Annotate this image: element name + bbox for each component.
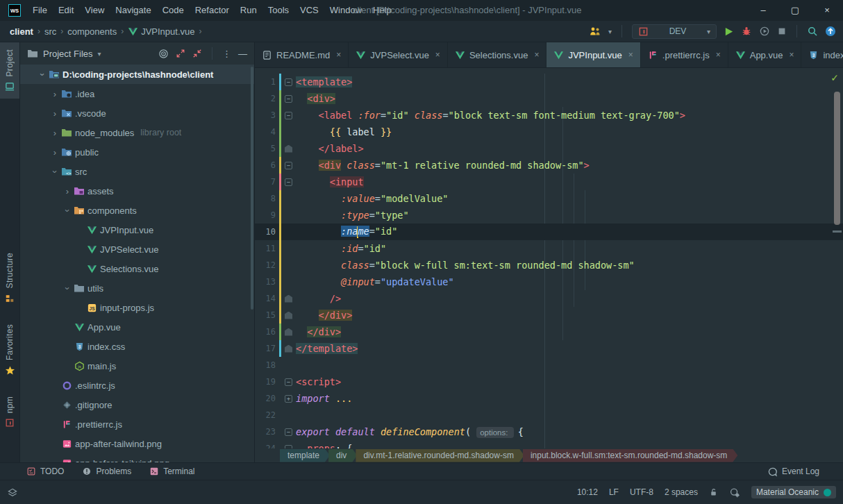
tree-item[interactable]: app-before-tailwind.png <box>20 453 254 462</box>
code-line[interactable]: 20+import ... <box>255 390 843 407</box>
tree-item[interactable]: .eslintrc.js <box>20 376 254 395</box>
code-line[interactable]: 19−<script> <box>255 373 843 390</box>
code-line[interactable]: 6− <div class="mt-1 relative rounded-md … <box>255 157 843 174</box>
chevron-down-icon[interactable]: › <box>51 166 60 177</box>
minimize-button[interactable]: – <box>747 0 779 21</box>
code-line[interactable]: 12 class="block w-full sm:text-sm rounde… <box>255 257 843 274</box>
code-line[interactable]: 9 :type="type" <box>255 207 843 224</box>
menu-edit[interactable]: Edit <box>53 0 79 21</box>
chevron-down-icon[interactable]: › <box>63 205 72 216</box>
code-line[interactable]: 4 {{ label }} <box>255 124 843 140</box>
tree-item[interactable]: jsmain.js <box>20 356 254 376</box>
code-line[interactable]: 13 @input="updateValue" <box>255 274 843 290</box>
fold-end-icon[interactable] <box>285 295 292 303</box>
tree-item[interactable]: ›.idea <box>20 84 254 103</box>
hide-panel-icon[interactable]: — <box>238 49 247 59</box>
tree-item[interactable]: 3index.css <box>20 337 254 356</box>
run-button[interactable] <box>724 26 734 37</box>
tree-item[interactable]: ›<>src <box>20 162 254 181</box>
editor-tab-readme-md[interactable]: README.md× <box>255 42 349 67</box>
chevron-right-icon[interactable]: › <box>49 109 60 118</box>
editor-tab-jvpinput-vue[interactable]: JVPInput.vue× <box>546 42 640 67</box>
tree-item[interactable]: JVPSelect.vue <box>20 240 254 259</box>
tool-window-button-problems[interactable]: Problems <box>82 467 131 476</box>
tree-item[interactable]: Selections.vue <box>20 259 254 278</box>
close-tab-icon[interactable]: × <box>534 50 539 60</box>
fold-end-icon[interactable] <box>285 312 292 319</box>
fold-start-icon[interactable]: − <box>285 95 292 103</box>
tree-scrollbar[interactable] <box>251 67 253 310</box>
theme-switcher[interactable]: Material Oceanic <box>751 486 836 498</box>
tree-item[interactable]: .prettierrc.js <box>20 414 254 434</box>
tool-window-button-npm[interactable]: npm <box>0 389 19 435</box>
chevron-right-icon[interactable]: › <box>62 187 73 196</box>
project-view-select[interactable]: Project Files <box>43 49 93 59</box>
editor-tab-app-vue[interactable]: App.vue× <box>728 42 802 67</box>
stop-button[interactable] <box>777 26 787 36</box>
fold-end-icon[interactable] <box>285 145 292 153</box>
tree-item[interactable]: ›components <box>20 201 254 220</box>
code-breadcrumb-chip[interactable]: div.mt-1.relative.rounded-md.shadow-sm <box>356 449 524 462</box>
breadcrumb-item[interactable]: components <box>67 26 117 37</box>
menu-navigate[interactable]: Navigate <box>110 0 156 21</box>
menu-code[interactable]: Code <box>157 0 190 21</box>
chevron-down-icon[interactable]: › <box>63 283 72 294</box>
tree-item[interactable]: JSinput-props.js <box>20 298 254 317</box>
update-project-icon[interactable] <box>825 26 836 37</box>
close-tab-icon[interactable]: × <box>716 50 721 60</box>
close-button[interactable]: × <box>811 0 843 21</box>
code-line[interactable]: 17</template> <box>255 340 843 357</box>
close-tab-icon[interactable]: × <box>789 50 794 60</box>
code-line[interactable]: 11 :id="id" <box>255 240 843 257</box>
menu-run[interactable]: Run <box>235 0 262 21</box>
tool-window-button-project[interactable]: Project <box>0 42 19 99</box>
tool-window-button-structure[interactable]: Structure <box>0 246 19 310</box>
search-everywhere-icon[interactable] <box>807 26 818 37</box>
tool-window-button-favorites[interactable]: Favorites <box>0 317 19 383</box>
debug-button[interactable] <box>741 26 752 37</box>
tool-window-button-terminal[interactable]: Terminal <box>149 467 194 476</box>
chevron-right-icon[interactable]: › <box>49 148 60 157</box>
editor-tab-jvpselect-vue[interactable]: JVPSelect.vue× <box>349 42 448 67</box>
close-tab-icon[interactable]: × <box>435 50 440 60</box>
tree-item[interactable]: ›.vscode <box>20 103 254 123</box>
chevron-down-icon[interactable]: › <box>38 69 47 80</box>
code-line[interactable]: 14 /> <box>255 290 843 307</box>
fold-start-icon[interactable]: − <box>285 78 292 86</box>
inspection-ok-icon[interactable]: ✓ <box>831 72 839 83</box>
tool-window-switcher-icon[interactable] <box>7 487 18 498</box>
breadcrumb-item[interactable]: client <box>10 26 33 37</box>
tree-item[interactable]: app-after-tailwind.png <box>20 434 254 453</box>
fold-start-icon[interactable]: − <box>285 112 292 119</box>
code-line[interactable]: 3− <label :for="id" class="block text-sm… <box>255 107 843 124</box>
event-log-button[interactable]: Event Log <box>767 467 819 477</box>
tree-item[interactable]: App.vue <box>20 317 254 337</box>
editor-tab--prettierrc-js[interactable]: .prettierrc.js× <box>641 42 728 67</box>
breadcrumb-item[interactable]: src <box>44 26 56 37</box>
code-analysis-icon[interactable] <box>729 487 740 498</box>
caret-position-widget[interactable]: 10:12 <box>577 487 598 497</box>
writable-lock-icon[interactable] <box>709 487 718 497</box>
code-line[interactable]: 15 </div> <box>255 307 843 324</box>
fold-end-icon[interactable] <box>285 328 292 336</box>
tree-item[interactable]: ›assets <box>20 181 254 201</box>
code-line[interactable]: 16 </div> <box>255 324 843 340</box>
close-tab-icon[interactable]: × <box>336 50 341 60</box>
accent-color-dot[interactable] <box>824 489 831 496</box>
fold-end-icon[interactable] <box>285 345 292 353</box>
fold-start-icon[interactable]: − <box>285 162 292 169</box>
profiler-button[interactable] <box>759 26 770 37</box>
chevron-down-icon[interactable]: ▾ <box>98 50 101 58</box>
fold-start-icon[interactable]: − <box>285 378 292 386</box>
tool-window-button-todo[interactable]: TODO <box>26 467 64 476</box>
editor-tab-selections-vue[interactable]: Selections.vue× <box>448 42 547 67</box>
menu-vcs[interactable]: VCS <box>294 0 324 21</box>
line-separator-widget[interactable]: LF <box>609 487 619 497</box>
code-with-me-icon[interactable] <box>589 26 601 37</box>
breadcrumb-item[interactable]: JVPInput.vue <box>128 26 194 37</box>
code-line[interactable]: 1−<template> <box>255 74 843 90</box>
code-line[interactable]: 18 <box>255 357 843 373</box>
code-line[interactable]: 10 :name="id" <box>255 224 843 240</box>
code-breadcrumb-chip[interactable]: template <box>280 449 330 462</box>
menu-file[interactable]: File <box>27 0 53 21</box>
